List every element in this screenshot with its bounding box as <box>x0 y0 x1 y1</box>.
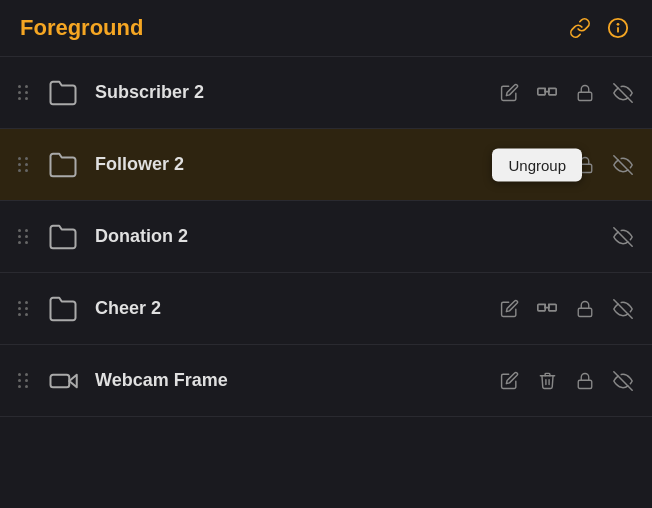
hide-icon[interactable] <box>610 296 636 322</box>
item-label: Subscriber 2 <box>95 82 496 103</box>
item-label: Follower 2 <box>95 154 496 175</box>
edit-icon[interactable] <box>496 368 522 394</box>
group-icon[interactable] <box>534 80 560 106</box>
drag-handle[interactable] <box>16 81 31 104</box>
item-actions <box>610 224 636 250</box>
item-actions <box>496 296 636 322</box>
svg-marker-26 <box>69 374 77 387</box>
svg-rect-19 <box>549 304 556 310</box>
hide-icon[interactable] <box>610 80 636 106</box>
svg-rect-3 <box>538 88 545 94</box>
hide-icon[interactable] <box>610 152 636 178</box>
svg-rect-8 <box>578 92 592 100</box>
drag-handle[interactable] <box>16 297 31 320</box>
edit-icon[interactable] <box>496 296 522 322</box>
item-label: Donation 2 <box>95 226 610 247</box>
drag-handle[interactable] <box>16 225 31 248</box>
item-label: Cheer 2 <box>95 298 496 319</box>
svg-rect-18 <box>538 304 545 310</box>
lock-icon[interactable] <box>572 80 598 106</box>
ungroup-tooltip: Ungroup <box>492 148 582 181</box>
item-label: Webcam Frame <box>95 370 496 391</box>
list-item[interactable]: Subscriber 2 <box>0 57 652 129</box>
svg-rect-23 <box>578 308 592 316</box>
list-item[interactable]: Webcam Frame <box>0 345 652 417</box>
list-item[interactable]: Cheer 2 <box>0 273 652 345</box>
svg-rect-27 <box>578 380 592 388</box>
panel-title: Foreground <box>20 15 143 41</box>
lock-icon[interactable] <box>572 368 598 394</box>
link-icon[interactable] <box>566 14 594 42</box>
svg-rect-4 <box>549 88 556 94</box>
folder-icon <box>45 291 81 327</box>
webcam-icon <box>45 363 81 399</box>
svg-rect-25 <box>51 374 70 387</box>
lock-icon[interactable] <box>572 296 598 322</box>
edit-icon[interactable] <box>496 80 522 106</box>
item-actions <box>496 80 636 106</box>
header-icons <box>566 14 632 42</box>
drag-handle[interactable] <box>16 369 31 392</box>
folder-icon <box>45 147 81 183</box>
folder-icon <box>45 75 81 111</box>
foreground-panel: Foreground <box>0 0 652 417</box>
item-actions: Ungroup <box>496 152 636 178</box>
list-item[interactable]: Donation 2 <box>0 201 652 273</box>
hide-icon[interactable] <box>610 368 636 394</box>
panel-header: Foreground <box>0 0 652 57</box>
hide-icon[interactable] <box>610 224 636 250</box>
info-icon[interactable] <box>604 14 632 42</box>
folder-icon <box>45 219 81 255</box>
list-item[interactable]: Follower 2 Ungroup <box>0 129 652 201</box>
drag-handle[interactable] <box>16 153 31 176</box>
group-icon[interactable] <box>534 296 560 322</box>
item-actions <box>496 368 636 394</box>
trash-icon[interactable] <box>534 368 560 394</box>
